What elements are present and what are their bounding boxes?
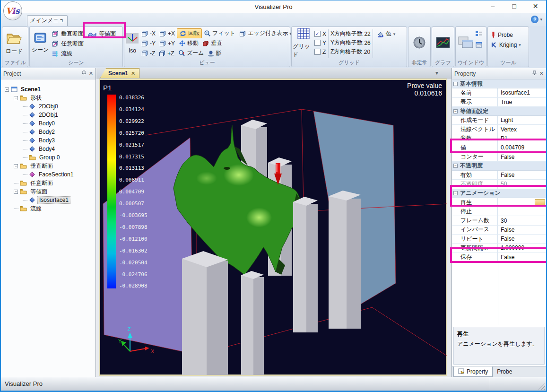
tree-collapse-icon[interactable]: −	[14, 190, 18, 194]
app-logo-icon[interactable]: Vis	[3, 1, 22, 20]
property-row-4[interactable]: 作成モードLight	[452, 116, 546, 125]
maximize-button[interactable]: □	[504, 0, 525, 13]
tree-item-node12[interactable]: −等値面	[1, 187, 96, 196]
property-section-0[interactable]: −基本情報	[452, 79, 546, 88]
load-button[interactable]: ロード	[3, 28, 25, 58]
grid-color-button[interactable]: 色 ▾	[375, 29, 398, 39]
property-section-9[interactable]: −不透明度	[452, 162, 546, 171]
tree-item-node14[interactable]: 流線	[1, 204, 96, 213]
tile-windows-icon[interactable]	[476, 30, 482, 38]
fit-button[interactable]: フィット	[202, 28, 237, 38]
zoom-button[interactable]: ズーム	[176, 48, 206, 58]
streamline-button[interactable]: 流線	[50, 49, 86, 59]
tree-item-body4[interactable]: Body4	[1, 145, 96, 153]
iso-view-button[interactable]: Iso	[125, 28, 139, 58]
property-row-10[interactable]: 有効False	[452, 171, 546, 180]
property-section-12[interactable]: −アニメーション	[452, 189, 546, 198]
view-minus-z-button[interactable]: -Z	[139, 48, 157, 58]
tab-property[interactable]: Property	[453, 366, 493, 377]
viewport-3d-scene[interactable]: Z Y X P1 Prove value 0.010616 0.0383260.…	[100, 80, 446, 375]
tree-item-node1[interactable]: −形状	[1, 94, 96, 102]
tree-collapse-icon[interactable]: −	[14, 164, 18, 168]
tab-scene1[interactable]: Scene1 ✕	[100, 68, 139, 78]
tree-item-scene1[interactable]: −Scene1	[1, 85, 96, 94]
property-row-13[interactable]: 再生	[452, 198, 546, 207]
property-section-3[interactable]: −等値面設定	[452, 107, 546, 116]
checkbox-icon[interactable]	[314, 40, 321, 46]
property-row-5[interactable]: 法線ベクトルVertex	[452, 125, 546, 134]
tree-item-2dobj1[interactable]: 2DObj1	[1, 111, 96, 119]
collapse-icon[interactable]: −	[453, 164, 458, 168]
property-row-11[interactable]: 不透明度50	[452, 180, 546, 189]
tree-item-2dobj0[interactable]: 2DObj0	[1, 102, 96, 111]
property-row-14[interactable]: 停止	[452, 207, 546, 216]
tree-item-facesection1[interactable]: FaceSection1	[1, 170, 96, 179]
view-plus-x-button[interactable]: +X	[157, 28, 177, 38]
collapse-icon[interactable]: −	[453, 191, 458, 195]
collapse-icon[interactable]: −	[453, 82, 458, 86]
chevron-down-icon[interactable]: ▾	[540, 17, 542, 22]
scene-button[interactable]: シーン	[31, 28, 50, 58]
grid-check-y[interactable]: Y	[314, 38, 326, 47]
close-icon[interactable]: ✕	[539, 70, 544, 77]
tree-item-body3[interactable]: Body3	[1, 136, 96, 145]
tree-collapse-icon[interactable]: −	[14, 96, 18, 100]
property-row-19[interactable]: 保存False	[452, 253, 546, 262]
grid-button[interactable]: グリッド	[293, 28, 314, 58]
shadow-button[interactable]: 影	[206, 48, 223, 58]
collapse-icon[interactable]: −	[453, 109, 458, 113]
property-row-17[interactable]: リピートFalse	[452, 235, 546, 244]
property-row-6[interactable]: 変数P1	[452, 134, 546, 143]
transient-button[interactable]	[409, 28, 429, 58]
isosurface-button[interactable]: 等値面	[86, 29, 118, 39]
help-icon[interactable]: ?	[531, 16, 538, 23]
tree-item-node9[interactable]: −垂直断面	[1, 162, 96, 170]
grid-count-z[interactable]: Z方向格子数 20	[330, 47, 371, 56]
view-plus-z-button[interactable]: +Z	[157, 48, 176, 58]
tab-probe[interactable]: Probe	[493, 366, 516, 377]
tree-item-body2[interactable]: Body2	[1, 128, 96, 136]
property-row-7[interactable]: 値0.004709	[452, 143, 546, 152]
view-minus-y-button[interactable]: -Y	[139, 38, 157, 48]
property-row-15[interactable]: フレーム数30	[452, 216, 546, 225]
property-row-1[interactable]: 名前Isosurface1	[452, 88, 546, 97]
tree-collapse-icon[interactable]: −	[5, 87, 9, 92]
edged-display-button[interactable]: エッジ付き表示▾	[237, 28, 294, 38]
tree-item-group0[interactable]: Group 0	[1, 153, 96, 162]
property-row-18[interactable]: 更新間隔...1.000000	[452, 244, 546, 253]
tab-main-menu[interactable]: メインメニュー	[27, 15, 68, 26]
chevron-down-icon[interactable]: ▼	[434, 70, 439, 76]
move-button[interactable]: 移動	[177, 38, 200, 48]
window-list-icon[interactable]	[476, 41, 482, 50]
tree-item-node11[interactable]: 任意断面	[1, 179, 96, 187]
grid-count-x[interactable]: X方向格子数 22	[330, 29, 371, 38]
property-row-8[interactable]: コンターFalse	[452, 152, 546, 161]
vertical-section-button[interactable]: 垂直断面	[50, 29, 86, 39]
arbitrary-section-button[interactable]: 任意断面	[50, 39, 86, 49]
vertical-button[interactable]: 垂直	[200, 38, 224, 48]
tree-item-isosurface1[interactable]: Isosurface1	[1, 196, 96, 204]
property-row-16[interactable]: インバースFalse	[452, 226, 546, 235]
checkbox-icon[interactable]: ✓	[314, 31, 321, 37]
resize-grip[interactable]	[538, 383, 545, 390]
grid-count-y[interactable]: Y方向格子数 26	[330, 38, 371, 47]
window-layout-button[interactable]	[457, 28, 476, 58]
close-button[interactable]: ✕	[525, 0, 546, 13]
play-ellipsis-button[interactable]	[535, 199, 545, 206]
property-row-2[interactable]: 表示True	[452, 98, 546, 107]
close-icon[interactable]: ✕	[131, 70, 135, 77]
view-minus-x-button[interactable]: -X	[139, 28, 157, 38]
checkbox-icon[interactable]	[314, 49, 321, 55]
grid-check-x[interactable]: ✓X	[314, 29, 326, 38]
graph-button[interactable]	[433, 28, 453, 58]
kriging-button[interactable]: Kriging ▾	[489, 40, 523, 50]
pin-icon[interactable]	[82, 70, 86, 77]
view-plus-y-button[interactable]: +Y	[157, 38, 177, 48]
grid-check-z[interactable]: Z	[314, 47, 326, 56]
rotate-button[interactable]: 回転	[177, 28, 202, 38]
tree-item-body0[interactable]: Body0	[1, 119, 96, 128]
pin-icon[interactable]	[532, 70, 537, 77]
minimize-button[interactable]: –	[482, 0, 504, 13]
probe-button[interactable]: Probe	[489, 30, 523, 40]
close-icon[interactable]: ✕	[89, 70, 93, 77]
